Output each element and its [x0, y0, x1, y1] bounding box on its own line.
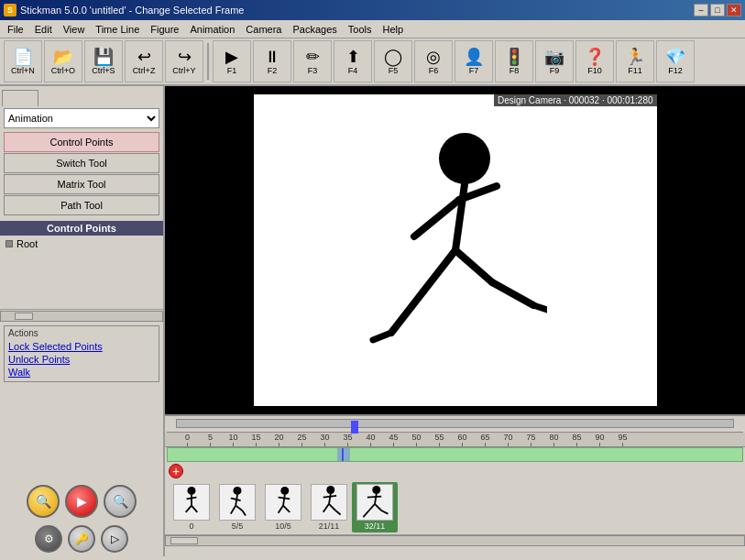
keyframe-item[interactable]: 21/11 [306, 482, 352, 533]
toolbar-icon-F5: ◯ [384, 49, 402, 65]
path-tool[interactable]: Path Tool [4, 195, 159, 215]
toolbar-btn-ctrl+n[interactable]: 📄Ctrl+N [4, 40, 42, 82]
keyframe-item[interactable]: 32/11 [352, 482, 398, 533]
svg-line-6 [455, 250, 492, 282]
menu-item-time-line[interactable]: Time Line [90, 22, 145, 37]
toolbar-icon-Ctrl+N: 📄 [13, 49, 33, 65]
panel-tab[interactable] [2, 90, 38, 106]
toolbar-btn-f12[interactable]: 💎F12 [656, 40, 695, 82]
menu-item-animation[interactable]: Animation [184, 22, 240, 37]
minimize-button[interactable]: – [694, 4, 708, 16]
ruler-label: 90 [595, 433, 604, 442]
menu-item-view[interactable]: View [58, 22, 91, 37]
titlebar: S Stickman 5.0.0 'untitled' - Change Sel… [0, 0, 745, 20]
keyframe-strip: 0 5/5 10/5 21/11 32/11 [165, 480, 745, 534]
ruler-label: 60 [457, 433, 466, 442]
svg-line-2 [414, 200, 459, 236]
keyframe-item[interactable]: 10/5 [260, 482, 306, 533]
settings-btn[interactable]: ⚙ [35, 525, 62, 553]
menu-item-packages[interactable]: Packages [287, 22, 342, 37]
timeline-area: 05101520253035404550556065707580859095 +… [165, 414, 745, 556]
svg-point-21 [280, 487, 289, 495]
ruler-label: 0 [185, 433, 190, 442]
add-keyframe-button[interactable]: + [169, 464, 183, 478]
svg-line-18 [231, 506, 236, 514]
cp-item-root[interactable]: Root [4, 237, 159, 250]
search-btn-1[interactable]: 🔍 [27, 485, 60, 518]
toolbar-label: F4 [348, 66, 358, 75]
toolbar-btn-ctrl+s[interactable]: 💾Ctrl+S [84, 40, 123, 82]
maximize-button[interactable]: □ [710, 4, 725, 16]
ruler-label: 50 [411, 433, 421, 442]
play-button[interactable]: ▶ [65, 485, 98, 518]
toolbar-btn-ctrl+o[interactable]: 📂Ctrl+O [44, 40, 82, 82]
close-button[interactable]: ✕ [727, 4, 741, 16]
keyframe-thumb [173, 484, 210, 521]
search-btn-2[interactable]: 🔍 [104, 485, 137, 518]
ruler-tick [256, 443, 257, 446]
ruler-tick [576, 443, 577, 446]
ruler-label: 70 [503, 433, 512, 442]
keyframe-label: 0 [189, 522, 193, 531]
toolbar-label: Ctrl+S [92, 66, 115, 75]
svg-line-35 [369, 504, 375, 511]
menu-item-help[interactable]: Help [377, 22, 409, 37]
ruler-mark: 25 [290, 433, 313, 446]
matrix-tool[interactable]: Matrix Tool [4, 174, 159, 194]
toolbar-label: F6 [429, 66, 439, 75]
menu-item-tools[interactable]: Tools [343, 22, 378, 37]
toolbar-btn-f10[interactable]: ❓F10 [575, 40, 614, 82]
toolbar-btn-f1[interactable]: ▶F1 [213, 40, 251, 82]
bottom-scrollbar[interactable] [165, 534, 745, 545]
walk-link[interactable]: Walk [8, 367, 155, 378]
menu-item-camera[interactable]: Camera [240, 22, 287, 37]
menu-item-figure[interactable]: Figure [145, 22, 184, 37]
switch-tool[interactable]: Switch Tool [4, 153, 159, 173]
window-title: Stickman 5.0.0 'untitled' - Change Selec… [20, 5, 245, 16]
toolbar-btn-f9[interactable]: 📷F9 [535, 40, 574, 82]
toolbar-icon-Ctrl+Y: ↪ [178, 49, 192, 65]
keyframe-item[interactable]: 5/5 [214, 482, 260, 533]
toolbar-btn-f11[interactable]: 🏃F11 [616, 40, 654, 82]
toolbar-btn-f4[interactable]: ⬆F4 [334, 40, 372, 82]
menubar: FileEditViewTime LineFigureAnimationCame… [0, 20, 745, 38]
ruler-label: 15 [251, 433, 260, 442]
toolbar-btn-f5[interactable]: ◯F5 [374, 40, 412, 82]
control-points-tool[interactable]: Control Points [4, 132, 159, 152]
toolbar-label: F1 [227, 66, 237, 75]
cp-list: Root [0, 236, 163, 309]
timeline-track[interactable] [167, 447, 743, 462]
seek-thumb[interactable] [351, 421, 358, 434]
toolbar-btn-ctrl+y[interactable]: ↪Ctrl+Y [165, 40, 203, 82]
svg-line-29 [323, 504, 329, 512]
ruler-tick [462, 443, 463, 446]
timeline-ruler: 05101520253035404550556065707580859095 [165, 433, 745, 447]
toolbar-btn-ctrl+z[interactable]: ↩Ctrl+Z [125, 40, 163, 82]
next-frame-btn[interactable]: ▷ [101, 525, 128, 553]
menu-item-edit[interactable]: Edit [29, 22, 58, 37]
lock-selected-points-link[interactable]: Lock Selected Points [8, 341, 155, 352]
keyframe-item[interactable]: 0 [169, 482, 214, 533]
ruler-label: 80 [549, 433, 558, 442]
key-btn[interactable]: 🔑 [68, 525, 95, 553]
svg-line-38 [381, 511, 388, 514]
toolbar-btn-f8[interactable]: 🚦F8 [495, 40, 533, 82]
toolbar-label: F12 [668, 66, 683, 75]
cp-scrollbar[interactable] [0, 309, 163, 322]
animation-select[interactable]: Animation Scene [4, 108, 159, 128]
titlebar-left: S Stickman 5.0.0 'untitled' - Change Sel… [4, 4, 245, 16]
toolbar-btn-f2[interactable]: ⏸F2 [253, 40, 291, 82]
ruler-tick [485, 443, 486, 446]
toolbar-icon-Ctrl+O: 📂 [53, 49, 73, 65]
ruler-mark: 20 [268, 433, 290, 446]
svg-line-25 [283, 506, 290, 512]
toolbar-btn-f3[interactable]: ✏F3 [293, 40, 332, 82]
menu-item-file[interactable]: File [2, 22, 29, 37]
unlock-points-link[interactable]: Unlock Points [8, 354, 155, 365]
panel-dropdown[interactable]: Animation Scene [4, 108, 159, 128]
ruler-tick [279, 443, 279, 446]
toolbar-label: F10 [587, 66, 602, 75]
toolbar-btn-f7[interactable]: 👤F7 [455, 40, 493, 82]
toolbar-btn-f6[interactable]: ◎F6 [414, 40, 453, 82]
seek-bar[interactable] [167, 416, 743, 433]
